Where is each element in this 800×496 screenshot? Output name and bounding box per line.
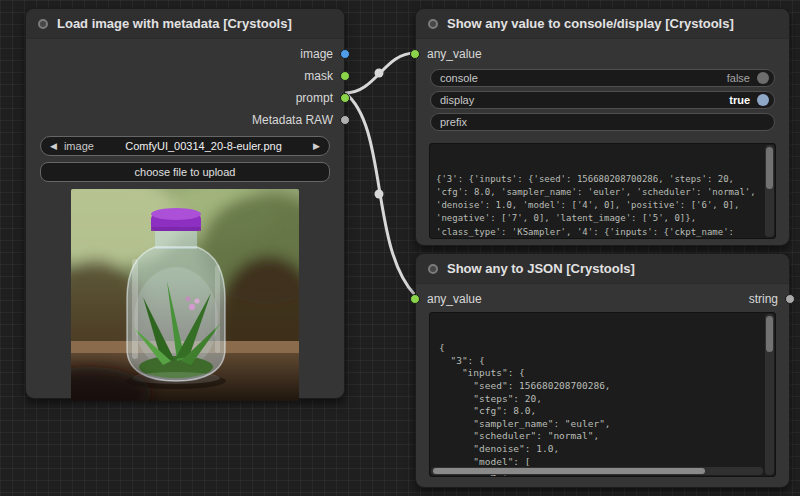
input-slot-any-value: any_value	[416, 292, 482, 306]
output-dot-metadata-raw[interactable]	[340, 115, 350, 125]
output-dot-prompt[interactable]	[340, 93, 350, 103]
input-dot-any-value[interactable]	[410, 49, 420, 59]
combo-next-arrow-icon[interactable]: ▶	[313, 141, 320, 151]
input-slot-any-value: any_value	[416, 43, 789, 65]
widget-display-toggle[interactable]: display true	[430, 91, 775, 109]
scrollbar-thumb[interactable]	[766, 316, 773, 352]
widget-label: display	[440, 94, 474, 106]
node-show-any-value[interactable]: Show any value to console/display [Cryst…	[415, 8, 790, 246]
slot-label: any_value	[427, 292, 482, 306]
console-output-text: {'3': {'inputs': {'seed': 15668020870028…	[436, 173, 769, 239]
slot-label: string	[749, 292, 778, 306]
output-dot-mask[interactable]	[340, 71, 350, 81]
json-output-text: { "3": { "inputs": { "seed": 15668020870…	[439, 342, 766, 477]
output-slot-image: image	[26, 43, 344, 65]
node-title-bar[interactable]: Show any value to console/display [Cryst…	[416, 9, 789, 39]
output-dot-image[interactable]	[340, 49, 350, 59]
scrollbar-thumb[interactable]	[433, 468, 705, 474]
widget-label: prefix	[440, 116, 467, 128]
slot-label: prompt	[296, 91, 333, 105]
node-load-image[interactable]: Load image with metadata [Crystools] ima…	[25, 8, 345, 399]
output-slot-metadata-raw: Metadata RAW	[26, 109, 344, 131]
slot-label: image	[300, 47, 333, 61]
console-output-textbox[interactable]: {'3': {'inputs': {'seed': 15668020870028…	[429, 143, 776, 239]
combo-value: ComfyUI_00314_20-8-euler.png	[94, 140, 313, 152]
output-dot-string[interactable]	[785, 294, 795, 304]
widget-value: true	[729, 94, 750, 106]
slot-label: mask	[304, 69, 333, 83]
node-show-json[interactable]: Show any to JSON [Crystools] any_value s…	[415, 253, 790, 488]
slot-label: Metadata RAW	[252, 113, 333, 127]
output-slot-string: string	[749, 292, 789, 306]
node-title-bar[interactable]: Show any to JSON [Crystools]	[416, 254, 789, 284]
collapse-dot-icon[interactable]	[428, 19, 438, 29]
widget-value: false	[727, 72, 750, 84]
widget-prefix-field[interactable]: prefix	[430, 113, 775, 131]
image-combo-widget[interactable]: ◀ image ComfyUI_00314_20-8-euler.png ▶	[40, 136, 330, 156]
slot-label: any_value	[427, 47, 482, 61]
toggle-knob-icon[interactable]	[757, 94, 769, 106]
vertical-scrollbar[interactable]	[765, 145, 774, 237]
node-title: Load image with metadata [Crystools]	[57, 16, 292, 31]
node-title: Show any to JSON [Crystools]	[447, 261, 635, 276]
link-dot[interactable]	[375, 69, 384, 78]
image-preview	[71, 189, 299, 401]
combo-label: image	[64, 140, 94, 152]
collapse-dot-icon[interactable]	[38, 19, 48, 29]
json-output-textbox[interactable]: { "3": { "inputs": { "seed": 15668020870…	[429, 312, 776, 477]
toggle-knob-icon[interactable]	[757, 72, 769, 84]
output-slot-mask: mask	[26, 65, 344, 87]
node-title: Show any value to console/display [Cryst…	[447, 16, 734, 31]
link-dot[interactable]	[375, 190, 384, 199]
graph-canvas[interactable]: Load image with metadata [Crystools] ima…	[0, 0, 800, 496]
widget-label: console	[440, 72, 478, 84]
combo-prev-arrow-icon[interactable]: ◀	[50, 141, 57, 151]
widget-console-toggle[interactable]: console false	[430, 69, 775, 87]
input-dot-any-value[interactable]	[410, 294, 420, 304]
upload-button[interactable]: choose file to upload	[40, 162, 330, 182]
horizontal-scrollbar[interactable]	[431, 467, 763, 475]
collapse-dot-icon[interactable]	[428, 264, 438, 274]
vertical-scrollbar[interactable]	[765, 314, 774, 475]
node-title-bar[interactable]: Load image with metadata [Crystools]	[26, 9, 344, 39]
io-row: any_value string	[416, 288, 789, 310]
scrollbar-thumb[interactable]	[766, 147, 773, 189]
output-slot-prompt: prompt	[26, 87, 344, 109]
